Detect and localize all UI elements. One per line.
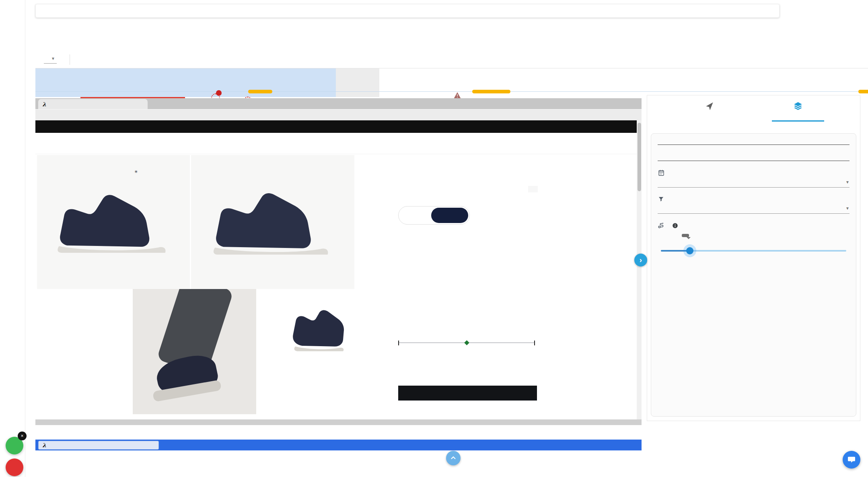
recording-indicator-line (80, 97, 185, 98)
chat-widget-button[interactable] (843, 451, 860, 469)
threshold-setting (658, 222, 849, 259)
fit-scale (398, 341, 535, 345)
site-announcement-bar (35, 120, 637, 133)
water-repellent-badge: ✳ (134, 169, 141, 174)
event-count-badge (216, 90, 222, 96)
close-icon[interactable]: × (18, 432, 27, 440)
filter-session-select[interactable]: ▼ (658, 206, 849, 214)
replayed-url-bar (35, 109, 642, 120)
timeline-event-marker[interactable] (472, 90, 510, 93)
add-to-cart-button[interactable] (398, 386, 537, 401)
left-sidebar (0, 0, 25, 477)
global-search[interactable] (35, 4, 780, 18)
heatmap-type-heading (658, 141, 849, 145)
chevron-down-icon: ▼ (51, 56, 55, 61)
gender-female-option[interactable] (431, 208, 468, 223)
time-range-setting: ▼ (658, 169, 849, 188)
page-scrollbar[interactable] (637, 120, 642, 419)
layers-icon (792, 101, 804, 112)
navigation-arrow-icon (704, 101, 715, 112)
calendar-icon (658, 169, 665, 176)
filter-session-setting: ▼ (658, 196, 849, 214)
slider-tooltip (682, 234, 689, 237)
timeline-event-marker[interactable] (248, 90, 272, 93)
free-shipping-badge (528, 186, 538, 192)
scrollbar-thumb[interactable] (638, 123, 641, 191)
time-range-select[interactable]: ▼ (658, 180, 849, 188)
session-timeline[interactable] (35, 68, 868, 97)
divider (70, 54, 70, 65)
chevron-down-icon: ▼ (845, 206, 849, 211)
fit-marker-icon (464, 340, 469, 345)
slider-thumb[interactable] (686, 247, 693, 254)
overlay-settings-card: ▼ ▼ (651, 133, 856, 417)
replayed-browser-tab[interactable]: λ (38, 99, 148, 109)
replayed-page: ✳ (35, 120, 637, 419)
scroll-to-top-button[interactable] (446, 451, 461, 465)
timeline-event-marker[interactable] (858, 90, 868, 93)
replayed-browser-tabstrip: λ (35, 98, 642, 109)
timeline-played-segment[interactable] (35, 68, 336, 97)
gender-toggle[interactable] (398, 206, 470, 225)
error-marker-icon[interactable] (454, 92, 461, 99)
allbirds-favicon: λ (42, 442, 46, 448)
session-replay-viewport: λ ✳ (35, 98, 642, 425)
bottom-page-tab[interactable]: λ (38, 441, 159, 450)
route-icon (658, 222, 665, 229)
product-image-lifestyle[interactable] (133, 289, 256, 414)
product-image-main[interactable] (37, 155, 190, 289)
chevron-down-icon: ▼ (845, 180, 849, 184)
replay-toolbar: ▼ (38, 53, 76, 66)
product-image-secondary[interactable] (191, 155, 354, 289)
product-image-float[interactable] (282, 302, 350, 362)
info-icon[interactable] (672, 223, 678, 229)
funnel-icon (658, 196, 664, 202)
threshold-slider[interactable] (658, 247, 849, 259)
timeline-buffer-segment[interactable] (336, 68, 379, 97)
thumbs-down-button[interactable] (6, 458, 23, 476)
app-root: × ▼ (0, 0, 868, 477)
allbirds-favicon: λ (42, 101, 46, 107)
panel-collapse-button[interactable]: › (634, 254, 647, 266)
tab-events[interactable] (683, 101, 736, 122)
speed-select[interactable]: ▼ (44, 56, 57, 64)
sparkle-icon: ✳ (134, 169, 138, 174)
overlays-panel: ▼ ▼ (647, 95, 860, 421)
timeline-track (35, 91, 868, 92)
tab-overlays[interactable] (772, 101, 824, 122)
settings-heading (658, 157, 849, 161)
bottom-tab-bar: λ (35, 440, 642, 450)
site-navbar (35, 133, 637, 154)
search-input[interactable] (45, 7, 774, 15)
